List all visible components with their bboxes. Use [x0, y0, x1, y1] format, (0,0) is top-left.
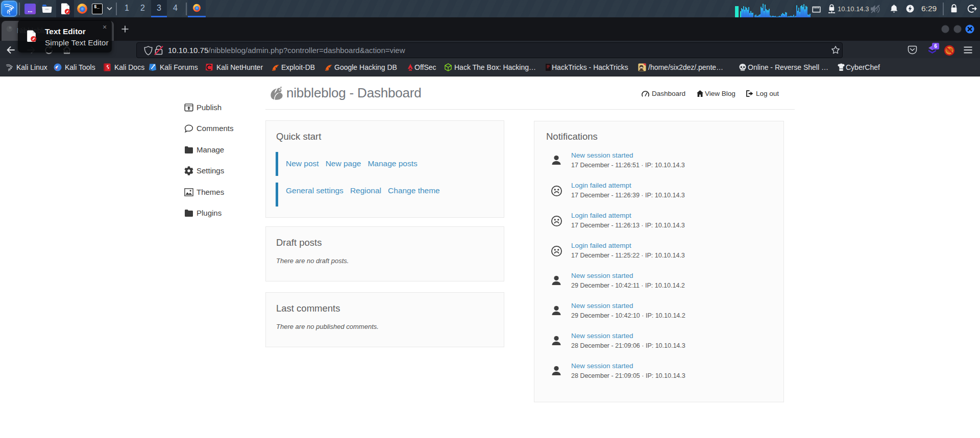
- svg-text:6: 6: [934, 43, 937, 49]
